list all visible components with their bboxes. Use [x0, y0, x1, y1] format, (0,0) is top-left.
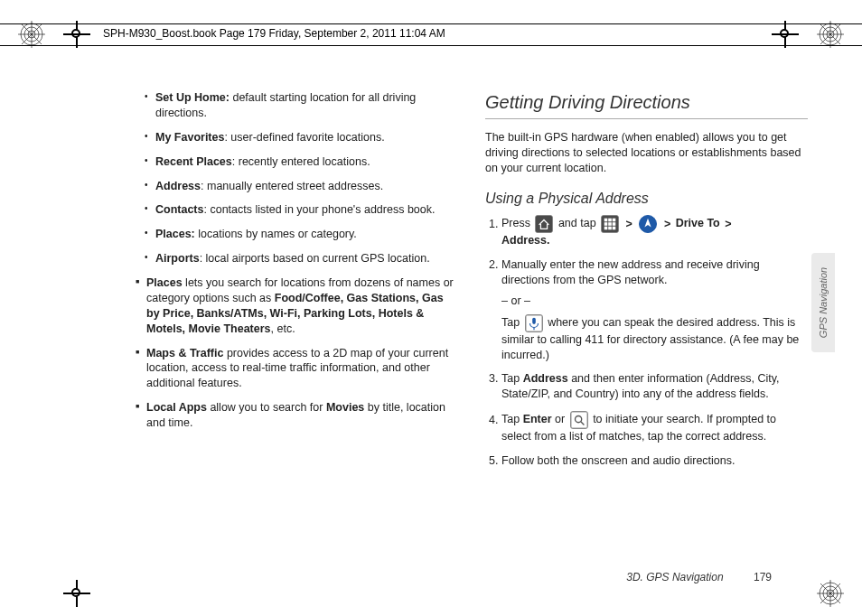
svg-rect-19: [604, 222, 608, 226]
registration-mark-icon: [63, 580, 90, 607]
registration-mark-icon: [63, 21, 90, 48]
rosette-icon: [817, 580, 844, 607]
svg-rect-18: [613, 219, 616, 222]
rosette-icon: [18, 21, 45, 48]
microphone-icon: [525, 314, 543, 332]
bullet-list: Set Up Home: default starting location f…: [136, 90, 458, 266]
list-item: Local Apps allow you to search for Movie…: [136, 400, 458, 431]
step-item: Follow both the onscreen and audio direc…: [501, 453, 808, 469]
svg-rect-21: [613, 222, 616, 226]
step-list: Press and tap > > Drive To: [485, 215, 808, 469]
square-list: Places lets you search for locations fro…: [136, 275, 458, 431]
svg-rect-27: [532, 317, 536, 323]
svg-rect-16: [604, 219, 608, 222]
step-item: Manually enter the new address and recei…: [501, 257, 808, 362]
list-item: Maps & Traffic provides access to a 2D m…: [136, 346, 458, 392]
header-text: SPH-M930_Boost.book Page 179 Friday, Sep…: [99, 27, 449, 40]
svg-rect-20: [608, 222, 612, 226]
section-heading: Getting Driving Directions: [485, 90, 808, 119]
search-icon: [570, 411, 588, 429]
side-tab: GPS Navigation: [811, 253, 835, 352]
list-item: Set Up Home: default starting location f…: [145, 90, 458, 121]
svg-rect-24: [613, 227, 616, 230]
list-item: Places lets you search for locations fro…: [136, 275, 458, 337]
page-number: 179: [754, 571, 772, 583]
left-column: Set Up Home: default starting location f…: [136, 90, 458, 562]
sub-heading: Using a Physical Address: [485, 189, 808, 209]
list-item: Recent Places: recently entered location…: [145, 154, 458, 170]
list-item: Address: manually entered street address…: [145, 179, 458, 194]
page-body: Set Up Home: default starting location f…: [136, 90, 808, 562]
apps-grid-icon: [601, 215, 619, 233]
svg-rect-22: [604, 227, 608, 230]
svg-rect-23: [608, 227, 612, 230]
home-icon: [535, 215, 553, 233]
side-tab-label: GPS Navigation: [818, 267, 829, 338]
step-item: Tap Address and then enter information (…: [501, 371, 808, 402]
header-bar: SPH-M930_Boost.book Page 179 Friday, Sep…: [0, 16, 862, 52]
svg-rect-17: [608, 219, 612, 222]
right-column: Getting Driving Directions The built-in …: [485, 90, 808, 562]
step-item: Press and tap > > Drive To: [501, 215, 808, 248]
rosette-icon: [817, 21, 844, 48]
footer-section: 3D. GPS Navigation: [626, 571, 723, 583]
intro-text: The built-in GPS hardware (when enabled)…: [485, 130, 808, 176]
footer: 3D. GPS Navigation 179: [626, 571, 772, 583]
list-item: Airports: local airports based on curren…: [145, 251, 458, 266]
list-item: Places: locations by names or category.: [145, 227, 458, 242]
step-item: Tap Enter or to initiate your search. If…: [501, 411, 808, 444]
list-item: My Favorites: user-defined favorite loca…: [145, 130, 458, 145]
list-item: Contacts: contacts listed in your phone'…: [145, 202, 458, 218]
svg-rect-14: [536, 216, 552, 232]
svg-rect-28: [571, 412, 587, 428]
navigation-app-icon: [639, 215, 657, 233]
registration-mark-icon: [772, 21, 799, 48]
